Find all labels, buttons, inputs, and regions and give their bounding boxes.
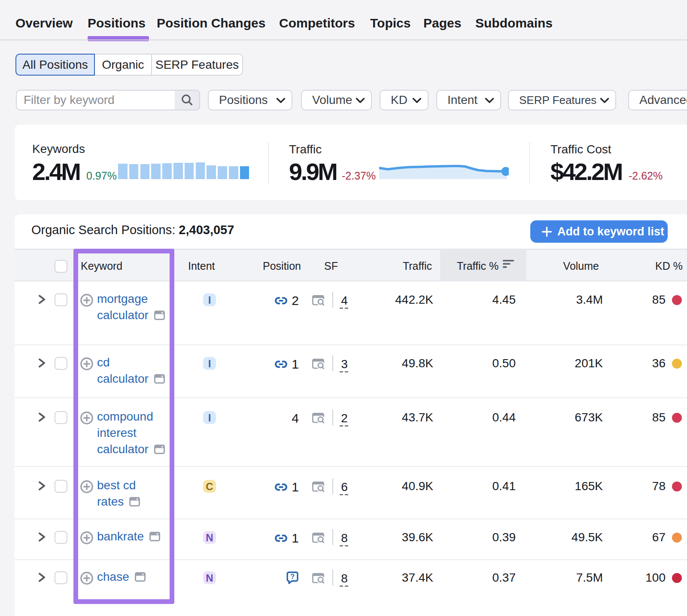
svg-text:?: ? [290,573,295,580]
